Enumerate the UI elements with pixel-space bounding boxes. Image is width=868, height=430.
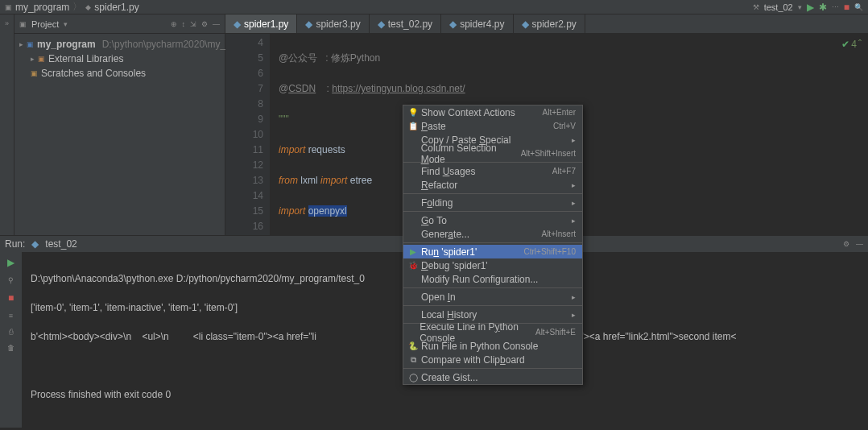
paste-icon: 📋 [408, 122, 418, 131]
menu-shortcut: Alt+Shift+Insert [521, 149, 576, 158]
hammer-icon[interactable]: ⚒ [753, 3, 759, 11]
menu-item-label: Refactor [421, 180, 457, 191]
menu-shortcut: Alt+F7 [552, 167, 576, 176]
gutter: 4 5 6 7 8 9 10 11 12 13 14 15 16 [225, 34, 271, 235]
code-text: import [320, 175, 347, 186]
project-tree[interactable]: ▸ ▣ my_program D:\python\pycharm2020\my_… [14, 34, 225, 84]
play-icon: ▶ [408, 247, 418, 257]
trash-icon[interactable]: 🗑 [7, 344, 14, 352]
gear-icon[interactable]: ⚙ [843, 240, 849, 248]
menu-item[interactable]: ▶Run 'spider1'Ctrl+Shift+F10 [403, 245, 582, 258]
python-file-icon: ◆ [378, 19, 385, 30]
menu-item[interactable]: Go To▸ [403, 213, 582, 227]
chevron-right-icon[interactable]: ▸ [31, 55, 35, 63]
more-run-icon[interactable]: ⋯ [832, 3, 839, 11]
menu-item-label: Show Context Actions [421, 107, 515, 118]
project-tool-window: ▣ Project ▾ ⊕ ↕ ⇲ ⚙ — ▸ ▣ my_program D:\… [14, 14, 225, 235]
editor-tab[interactable]: ◆spider1.py [225, 14, 297, 33]
menu-item[interactable]: Folding▸ [403, 196, 582, 209]
line-number: 5 [225, 51, 263, 66]
menu-item-label: Go To [421, 215, 447, 226]
chevron-down-icon[interactable]: ▾ [798, 3, 802, 11]
chevron-down-icon[interactable]: ▾ [64, 20, 68, 28]
menu-shortcut: Alt+Enter [543, 108, 576, 117]
check-icon: ✔ [841, 39, 849, 50]
code-selection: openpyxl [308, 205, 347, 217]
github-icon: ◯ [408, 373, 418, 382]
breadcrumb-file: spider1.py [94, 2, 138, 13]
debug-icon[interactable]: ✱ [819, 2, 827, 13]
stop-icon[interactable]: ■ [844, 2, 849, 13]
diff-icon: ⧉ [408, 355, 418, 365]
rerun-icon[interactable]: ▶ [7, 257, 14, 268]
menu-item[interactable]: 💡Show Context ActionsAlt+Enter [403, 105, 582, 119]
menu-item[interactable]: Generate...Alt+Insert [403, 227, 582, 241]
hide-icon[interactable]: — [213, 20, 220, 28]
menu-item[interactable]: 📋PasteCtrl+V [403, 119, 582, 133]
submenu-arrow-icon: ▸ [572, 217, 576, 225]
search-icon[interactable]: 🔍 [854, 3, 863, 11]
collapse-all-icon[interactable]: ⇲ [190, 20, 196, 28]
tree-root[interactable]: ▸ ▣ my_program D:\python\pycharm2020\my_… [14, 37, 225, 52]
menu-item[interactable]: 🐍Run File in Python Console [403, 339, 582, 353]
submenu-arrow-icon: ▸ [572, 311, 576, 319]
menu-item-label: Local History [421, 309, 477, 320]
menu-item[interactable]: ⧉Compare with Clipboard [403, 353, 582, 366]
menu-item-label: Create Gist... [421, 372, 478, 383]
gear-icon[interactable]: ⚙ [201, 20, 208, 28]
tree-external-libraries[interactable]: ▸ ▣ External Libraries [14, 52, 225, 66]
menu-item-label: Debug 'spider1' [421, 260, 488, 271]
code-text: CSDN [288, 83, 316, 94]
line-number: 4 [225, 35, 263, 51]
chevron-right-icon[interactable]: ▸ [19, 40, 23, 48]
menu-item-label: Run 'spider1' [421, 246, 477, 258]
menu-item[interactable]: 🐞Debug 'spider1' [403, 258, 582, 272]
editor-tab[interactable]: ◆spider4.py [441, 14, 513, 33]
editor-context-menu[interactable]: 💡Show Context ActionsAlt+Enter📋PasteCtrl… [403, 105, 583, 385]
code-text: @公众号 : 修炼Python [279, 52, 380, 64]
menu-item[interactable]: Find UsagesAlt+F7 [403, 164, 582, 178]
blank-icon [408, 310, 418, 320]
code-text: requests [308, 144, 345, 155]
menu-shortcut: Ctrl+Shift+F10 [524, 247, 576, 256]
menu-item[interactable]: Refactor▸ [403, 178, 582, 192]
menu-item[interactable]: Execute Line in Python ConsoleAlt+Shift+… [403, 325, 582, 339]
menu-separator [403, 242, 582, 243]
run-icon[interactable]: ▶ [807, 2, 814, 13]
expand-icon[interactable]: » [3, 19, 11, 27]
code-text: https://yetingyun.blog.csdn.net/ [332, 83, 465, 94]
hide-icon[interactable]: — [856, 240, 863, 248]
print-icon[interactable]: ⎙ [9, 328, 13, 336]
inspection-badge[interactable]: ✔ 4 ˆ [841, 39, 862, 50]
line-number: 8 [225, 97, 263, 112]
expand-all-icon[interactable]: ↕ [182, 20, 186, 28]
navigation-bar: ▣ my_program 〉 ◆ spider1.py ⚒ test_02 ▾ … [0, 0, 868, 14]
attach-icon[interactable]: ⚲ [8, 276, 14, 284]
menu-item[interactable]: Column Selection ModeAlt+Shift+Insert [403, 147, 582, 160]
menu-item[interactable]: ◯Create Gist... [403, 370, 582, 384]
tree-item-label: External Libraries [48, 53, 123, 64]
menu-separator [403, 193, 582, 194]
tab-label: spider4.py [460, 19, 504, 30]
menu-item[interactable]: Local History▸ [403, 308, 582, 321]
blank-icon [408, 275, 418, 284]
code-text: lxml [300, 175, 317, 186]
editor-tab[interactable]: ◆test_02.py [370, 14, 441, 33]
run-config-selector[interactable]: test_02 [764, 2, 793, 12]
python-file-icon: ◆ [85, 3, 91, 11]
line-number: 10 [225, 127, 263, 143]
editor-tab[interactable]: ◆spider3.py [297, 14, 369, 33]
line-number: 6 [225, 66, 263, 81]
editor-tab[interactable]: ◆spider2.py [514, 14, 585, 33]
run-toolbar: ▶ ⚲ ■ ≡ ⎙ 🗑 [0, 252, 23, 428]
layout-icon[interactable]: ≡ [9, 312, 13, 320]
tab-label: spider2.py [532, 19, 577, 30]
tree-scratches[interactable]: ▣ Scratches and Consoles [14, 66, 225, 81]
breadcrumb[interactable]: ▣ my_program 〉 ◆ spider1.py [5, 0, 139, 14]
tree-item-label: Scratches and Consoles [41, 68, 146, 79]
menu-item[interactable]: Modify Run Configuration... [403, 272, 582, 286]
code-text: @ [279, 83, 288, 94]
stop-icon[interactable]: ■ [8, 292, 14, 304]
select-opened-file-icon[interactable]: ⊕ [171, 20, 177, 28]
menu-item[interactable]: Open In▸ [403, 290, 582, 304]
